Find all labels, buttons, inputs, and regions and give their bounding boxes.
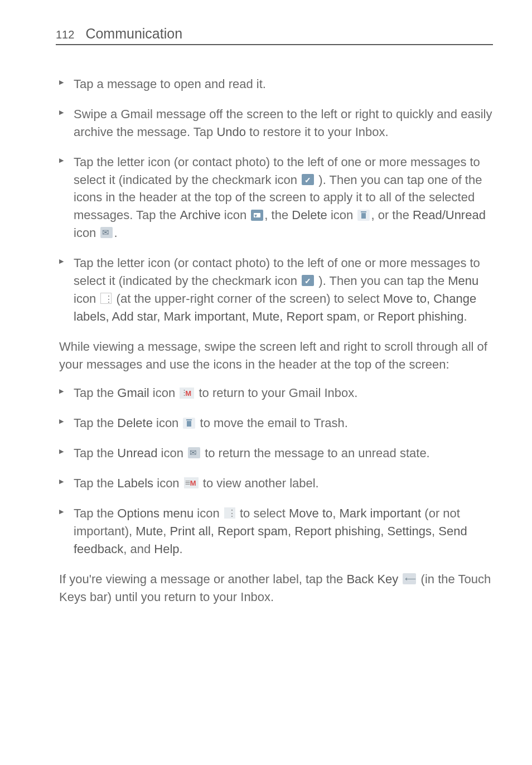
read-unread-icon: [100, 227, 113, 238]
instruction-list-2: Tap the Gmail icon to return to your Gma…: [59, 384, 493, 558]
menu-icon: [100, 293, 112, 304]
gmail-icon: [180, 388, 194, 399]
labels-icon: [184, 477, 199, 488]
paragraph: While viewing a message, swipe the scree…: [59, 338, 493, 374]
page-number: 112: [56, 28, 74, 41]
archive-icon: [251, 210, 263, 221]
list-item: Tap the Options menu icon to select Move…: [59, 505, 493, 558]
delete-icon: [357, 210, 370, 221]
instruction-list-1: Tap a message to open and read it. Swipe…: [59, 75, 493, 326]
list-item: Swipe a Gmail message off the screen to …: [59, 105, 493, 141]
list-item: Tap the letter icon (or contact photo) t…: [59, 153, 493, 242]
paragraph: If you're viewing a message or another l…: [59, 570, 493, 606]
options-menu-icon: [224, 507, 235, 519]
unread-icon: [188, 447, 200, 458]
list-item: Tap the Delete icon to move the email to…: [59, 414, 493, 432]
back-key-icon: [403, 573, 416, 584]
delete-icon: [183, 418, 195, 429]
list-item: Tap the Labels icon to view another labe…: [59, 475, 493, 492]
list-item: Tap a message to open and read it.: [59, 75, 493, 93]
list-item: Tap the Gmail icon to return to your Gma…: [59, 384, 493, 402]
checkmark-icon: [302, 174, 314, 185]
list-item: Tap the letter icon (or contact photo) t…: [59, 254, 493, 326]
checkmark-icon: [302, 275, 314, 286]
list-item: Tap the Unread icon to return the messag…: [59, 444, 493, 462]
page-header: 112 Communication: [56, 26, 493, 45]
section-title: Communication: [85, 26, 182, 42]
